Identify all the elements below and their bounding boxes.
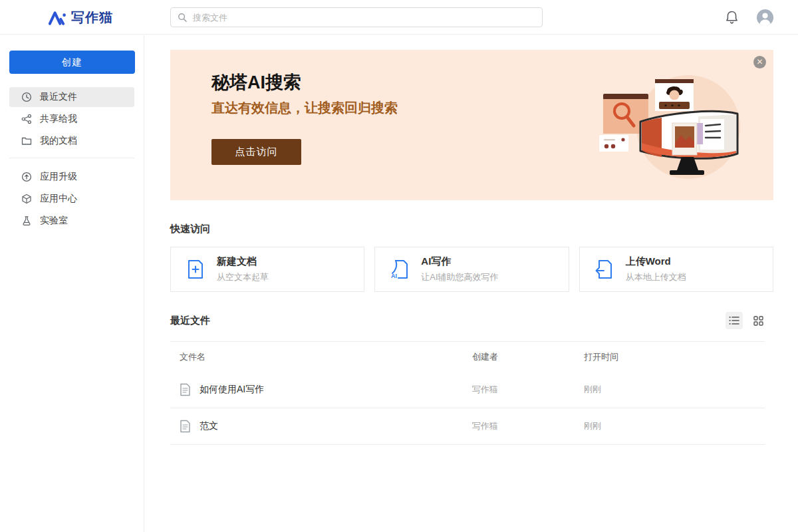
banner-close-icon[interactable]: ✕ — [753, 56, 766, 68]
table-header-row: 文件名 创建者 打开时间 — [170, 341, 765, 372]
file-name: 如何使用AI写作 — [200, 384, 264, 396]
banner-visit-button[interactable]: 点击访问 — [211, 139, 301, 165]
card-title: AI写作 — [421, 255, 498, 268]
table-row[interactable]: 如何使用AI写作 写作猫 刚刚 — [170, 372, 765, 408]
column-header-creator: 创建者 — [472, 351, 584, 363]
lab-flask-icon — [21, 215, 32, 226]
sidebar-item-label: 共享给我 — [40, 113, 77, 125]
notification-bell-icon[interactable] — [725, 10, 739, 25]
card-subtitle: 从本地上传文档 — [626, 271, 686, 283]
banner-title: 秘塔AI搜索 — [211, 70, 301, 94]
column-header-filename: 文件名 — [170, 351, 472, 363]
card-title: 上传Word — [626, 255, 686, 268]
file-opened-time: 刚刚 — [584, 384, 765, 396]
sidebar-item-label: 实验室 — [40, 215, 68, 227]
banner-illustration — [589, 68, 768, 183]
top-bar: 写作猫 — [0, 0, 798, 35]
card-subtitle: 让AI辅助您高效写作 — [421, 271, 498, 283]
file-name: 范文 — [200, 420, 218, 432]
card-subtitle: 从空文本起草 — [217, 271, 269, 283]
folder-icon — [21, 136, 32, 146]
sidebar-item-recent-files[interactable]: 最近文件 — [9, 87, 134, 107]
list-view-button[interactable] — [726, 312, 743, 329]
grid-view-icon — [753, 316, 763, 326]
document-icon — [180, 383, 191, 396]
card-upload-word[interactable]: 上传Word 从本地上传文档 — [579, 247, 773, 292]
sidebar: 创建 最近文件 共享给我 我的文档 — [0, 35, 144, 532]
app-logo: 写作猫 — [48, 9, 113, 27]
recent-files-heading: 最近文件 — [170, 315, 210, 327]
main-content: 秘塔AI搜索 直达有效信息，让搜索回归搜索 点击访问 ✕ — [144, 35, 798, 532]
user-avatar[interactable] — [756, 9, 774, 27]
search-icon — [178, 13, 188, 23]
recent-files-table: 文件名 创建者 打开时间 如何使用AI写作 写作猫 刚刚 范文 — [170, 341, 765, 445]
grid-view-button[interactable] — [749, 312, 767, 329]
file-creator: 写作猫 — [472, 384, 584, 396]
card-ai-writing[interactable]: AI AI写作 让AI辅助您高效写作 — [374, 247, 569, 292]
upgrade-icon — [21, 172, 32, 182]
sidebar-item-label: 应用升级 — [40, 171, 77, 183]
sidebar-item-label: 应用中心 — [40, 193, 77, 205]
create-button[interactable]: 创建 — [9, 51, 135, 74]
file-opened-time: 刚刚 — [584, 420, 765, 432]
sidebar-item-lab[interactable]: 实验室 — [9, 211, 134, 231]
table-row[interactable]: 范文 写作猫 刚刚 — [170, 408, 765, 445]
ai-doc-icon: AI — [390, 259, 410, 280]
sidebar-item-app-upgrade[interactable]: 应用升级 — [9, 167, 134, 187]
column-header-opened: 打开时间 — [584, 351, 765, 363]
card-title: 新建文档 — [217, 255, 269, 268]
quick-access-heading: 快速访问 — [170, 223, 773, 235]
apps-icon — [21, 194, 32, 204]
sidebar-divider — [9, 158, 134, 158]
search-bar[interactable] — [170, 7, 543, 27]
card-new-document[interactable]: 新建文档 从空文本起草 — [170, 247, 364, 292]
list-view-icon — [729, 316, 739, 325]
new-doc-icon — [186, 259, 205, 280]
logo-text: 写作猫 — [71, 9, 113, 27]
banner-subtitle: 直达有效信息，让搜索回归搜索 — [211, 99, 398, 117]
upload-doc-icon — [595, 259, 614, 280]
share-icon — [21, 114, 32, 124]
logo-cat-icon — [48, 9, 66, 27]
clock-icon — [21, 92, 32, 102]
search-input[interactable] — [193, 13, 535, 23]
sidebar-item-label: 我的文档 — [40, 135, 77, 147]
sidebar-item-label: 最近文件 — [40, 91, 77, 103]
sidebar-item-app-center[interactable]: 应用中心 — [9, 189, 134, 209]
promo-banner: 秘塔AI搜索 直达有效信息，让搜索回归搜索 点击访问 ✕ — [170, 50, 773, 200]
document-icon — [180, 420, 191, 433]
file-creator: 写作猫 — [472, 420, 584, 432]
sidebar-item-my-documents[interactable]: 我的文档 — [9, 131, 134, 151]
svg-text:AI: AI — [391, 273, 397, 279]
sidebar-item-shared-with-me[interactable]: 共享给我 — [9, 109, 134, 129]
